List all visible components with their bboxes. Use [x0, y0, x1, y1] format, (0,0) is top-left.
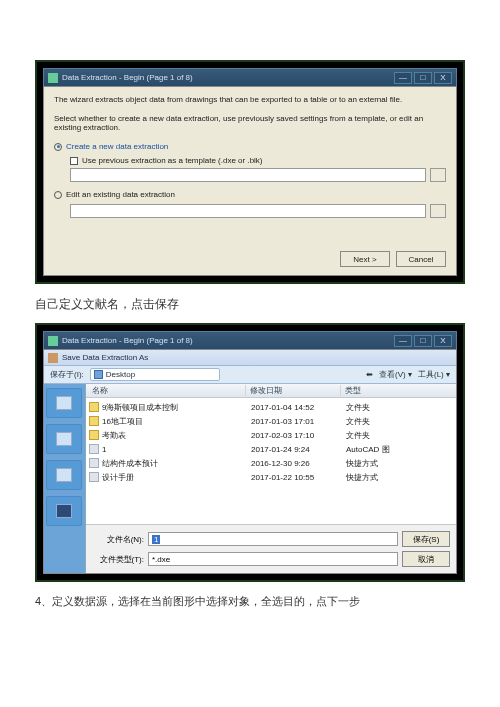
file-type: 文件夹 — [342, 430, 456, 441]
filename-label: 文件名(N): — [92, 534, 144, 545]
file-date: 2017-01-24 9:24 — [247, 445, 342, 454]
place-desktop[interactable] — [46, 496, 82, 526]
file-row[interactable]: 9海斯顿项目成本控制2017-01-04 14:52文件夹 — [86, 400, 456, 414]
app-icon — [48, 336, 58, 346]
save-icon — [48, 353, 58, 363]
file-name: 16地工项目 — [102, 416, 247, 427]
folder-icon — [89, 416, 99, 426]
window-titlebar: Data Extraction - Begin (Page 1 of 8) — … — [43, 68, 457, 86]
place-favorites[interactable] — [46, 460, 82, 490]
file-date: 2017-01-22 10:55 — [247, 473, 342, 482]
col-name[interactable]: 名称 — [86, 385, 246, 396]
col-type[interactable]: 类型 — [341, 385, 456, 396]
file-date: 2017-02-03 17:10 — [247, 431, 342, 440]
file-name: 设计手册 — [102, 472, 247, 483]
file-name: 9海斯顿项目成本控制 — [102, 402, 247, 413]
option-label: Create a new data extraction — [66, 142, 168, 151]
file-icon — [89, 472, 99, 482]
save-body: 名称 修改日期 类型 9海斯顿项目成本控制2017-01-04 14:52文件夹… — [44, 384, 456, 573]
folder-icon — [94, 370, 103, 379]
col-date[interactable]: 修改日期 — [246, 385, 341, 396]
column-headers: 名称 修改日期 类型 — [86, 384, 456, 398]
app-icon — [48, 73, 58, 83]
checkbox-icon — [70, 157, 78, 165]
window-controls: — □ X — [394, 335, 452, 347]
save-dialog: Save Data Extraction As 保存于(I): Desktop … — [43, 349, 457, 574]
folder-icon — [89, 430, 99, 440]
place-documents[interactable] — [46, 424, 82, 454]
file-icon — [89, 444, 99, 454]
cancel-button[interactable]: 取消 — [402, 551, 450, 567]
caption-2: 4、定义数据源，选择在当前图形中选择对象，全选目的，点下一步 — [35, 594, 465, 609]
window-title: Data Extraction - Begin (Page 1 of 8) — [62, 336, 193, 345]
wizard-dialog: The wizard extracts object data from dra… — [43, 86, 457, 276]
checkbox-label: Use previous extraction as a template (.… — [82, 156, 263, 165]
filetype-dropdown[interactable]: *.dxe — [148, 552, 398, 566]
filename-input[interactable]: 1 — [148, 532, 398, 546]
file-list: 名称 修改日期 类型 9海斯顿项目成本控制2017-01-04 14:52文件夹… — [86, 384, 456, 573]
place-history[interactable] — [46, 388, 82, 418]
file-row[interactable]: 16地工项目2017-01-03 17:01文件夹 — [86, 414, 456, 428]
existing-path-input[interactable] — [70, 204, 426, 218]
location-dropdown[interactable]: Desktop — [90, 368, 220, 381]
close-button[interactable]: X — [434, 72, 452, 84]
file-name: 1 — [102, 445, 247, 454]
file-rows: 9海斯顿项目成本控制2017-01-04 14:52文件夹16地工项目2017-… — [86, 398, 456, 524]
template-path-input[interactable] — [70, 168, 426, 182]
maximize-button[interactable]: □ — [414, 72, 432, 84]
cancel-button[interactable]: Cancel — [396, 251, 446, 267]
minimize-button[interactable]: — — [394, 335, 412, 347]
radio-icon — [54, 191, 62, 199]
screenshot-1: Data Extraction - Begin (Page 1 of 8) — … — [35, 60, 465, 284]
browse-button[interactable] — [430, 204, 446, 218]
option-label: Edit an existing data extraction — [66, 190, 175, 199]
file-row[interactable]: 考勤表2017-02-03 17:10文件夹 — [86, 428, 456, 442]
template-checkbox-row[interactable]: Use previous extraction as a template (.… — [70, 156, 446, 165]
radio-icon — [54, 143, 62, 151]
file-row[interactable]: 设计手册2017-01-22 10:55快捷方式 — [86, 470, 456, 484]
button-row: Next > Cancel — [54, 251, 446, 267]
window-controls: — □ X — [394, 72, 452, 84]
file-type: 文件夹 — [342, 402, 456, 413]
file-date: 2017-01-03 17:01 — [247, 417, 342, 426]
window-title: Data Extraction - Begin (Page 1 of 8) — [62, 73, 193, 82]
screenshot-2: Data Extraction - Begin (Page 1 of 8) — … — [35, 323, 465, 582]
minimize-button[interactable]: — — [394, 72, 412, 84]
file-date: 2016-12-30 9:26 — [247, 459, 342, 468]
file-name: 结构件成本预计 — [102, 458, 247, 469]
next-button[interactable]: Next > — [340, 251, 390, 267]
tools-menu[interactable]: 工具(L) — [418, 369, 450, 380]
save-button[interactable]: 保存(S) — [402, 531, 450, 547]
file-type: 快捷方式 — [342, 472, 456, 483]
back-icon[interactable]: ⬅ — [366, 370, 373, 379]
wizard-intro: The wizard extracts object data from dra… — [54, 95, 446, 104]
save-dialog-title: Save Data Extraction As — [44, 350, 456, 366]
wizard-subtitle: Select whether to create a new data extr… — [54, 114, 446, 132]
file-row[interactable]: 12017-01-24 9:24AutoCAD 图 — [86, 442, 456, 456]
view-menu[interactable]: 查看(V) — [379, 369, 412, 380]
file-type: 文件夹 — [342, 416, 456, 427]
browse-button[interactable] — [430, 168, 446, 182]
close-button[interactable]: X — [434, 335, 452, 347]
file-row[interactable]: 结构件成本预计2016-12-30 9:26快捷方式 — [86, 456, 456, 470]
option-edit-existing[interactable]: Edit an existing data extraction — [54, 190, 446, 199]
file-type: AutoCAD 图 — [342, 444, 456, 455]
folder-icon — [89, 402, 99, 412]
save-in-label: 保存于(I): — [50, 369, 84, 380]
maximize-button[interactable]: □ — [414, 335, 432, 347]
save-footer: 文件名(N): 1 保存(S) 文件类型(T): *.dxe 取消 — [86, 524, 456, 573]
places-bar — [44, 384, 86, 573]
option-create-new[interactable]: Create a new data extraction — [54, 142, 446, 151]
file-icon — [89, 458, 99, 468]
caption-1: 自己定义文献名，点击保存 — [35, 296, 465, 313]
filetype-label: 文件类型(T): — [92, 554, 144, 565]
window-titlebar: Data Extraction - Begin (Page 1 of 8) — … — [43, 331, 457, 349]
file-date: 2017-01-04 14:52 — [247, 403, 342, 412]
file-type: 快捷方式 — [342, 458, 456, 469]
file-name: 考勤表 — [102, 430, 247, 441]
save-toolbar: 保存于(I): Desktop ⬅ 查看(V) 工具(L) — [44, 366, 456, 384]
